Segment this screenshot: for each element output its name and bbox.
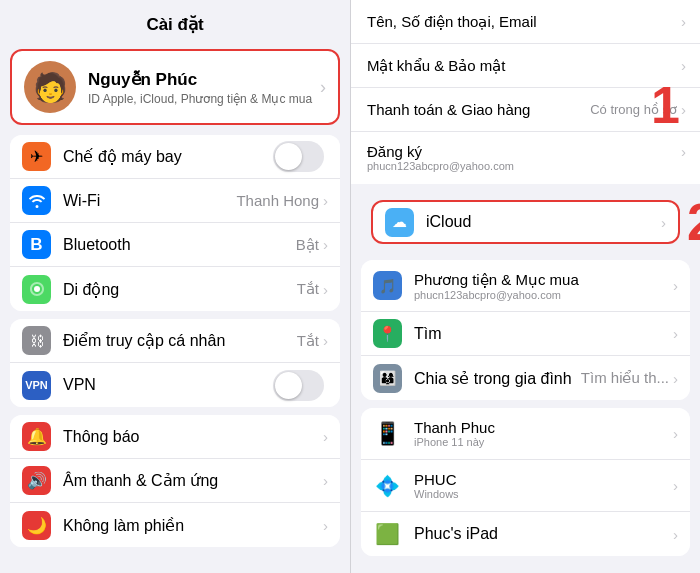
phone-item[interactable]: Tên, Số điện thoại, Email › [351,0,700,44]
mobile-icon [22,275,51,304]
icloud-label: iCloud [426,213,661,231]
icloud-icon: ☁ [385,208,414,237]
left-panel: Cài đặt 🧑 Nguyễn Phúc ID Apple, iCloud, … [0,0,350,573]
find-icon: 📍 [373,319,402,348]
mobile-value: Tắt [297,280,319,298]
password-label: Mật khẩu & Bảo mật [367,57,681,75]
find-label: Tìm [414,325,673,343]
airplane-icon: ✈ [22,142,51,171]
password-item[interactable]: Mật khẩu & Bảo mật › [351,44,700,88]
payment-chevron-icon: › [681,101,686,118]
notifications-item[interactable]: 🔔 Thông báo › [10,415,340,459]
ipad-item[interactable]: 🟩 Phuc's iPad › [361,512,690,556]
airplane-label: Chế độ máy bay [63,147,273,166]
family-chevron-icon: › [673,370,678,387]
profile-chevron-icon: › [320,77,326,98]
wifi-label: Wi-Fi [63,192,236,210]
find-item[interactable]: 📍 Tìm › [361,312,690,356]
profile-sub: ID Apple, iCloud, Phương tiện & Mục mua [88,92,316,106]
find-chevron-icon: › [673,325,678,342]
phone-label: Tên, Số điện thoại, Email [367,13,681,31]
family-icon: 👨‍👩‍👦 [373,364,402,393]
sound-item[interactable]: 🔊 Âm thanh & Cảm ứng › [10,459,340,503]
iphone-chevron-icon: › [673,425,678,442]
register-email: phucn123abcpro@yahoo.com [367,160,514,172]
family-item[interactable]: 👨‍👩‍👦 Chia sẻ trong gia đình Tìm hiểu th… [361,356,690,400]
sound-label: Âm thanh & Cảm ứng [63,471,323,490]
register-item[interactable]: Đăng ký › phucn123abcpro@yahoo.com [351,132,700,184]
windows-label: PHUC [414,471,673,488]
personal-hotspot-label: Điểm truy cập cá nhân [63,331,297,350]
iphone-item[interactable]: 📱 Thanh Phuc iPhone 11 này › [361,408,690,460]
right-content: Tên, Số điện thoại, Email › Mật khẩu & B… [351,0,700,573]
windows-item[interactable]: 💠 PHUC Windows › [361,460,690,512]
mobile-chevron-icon: › [323,281,328,298]
iphone-sub: iPhone 11 này [414,436,673,448]
bluetooth-value: Bật [296,236,319,254]
right-panel: Tên, Số điện thoại, Email › Mật khẩu & B… [350,0,700,573]
airplane-toggle[interactable] [273,141,324,172]
airplane-mode-item[interactable]: ✈ Chế độ máy bay [10,135,340,179]
left-header: Cài đặt [0,0,350,43]
bluetooth-item[interactable]: B Bluetooth Bật › [10,223,340,267]
profile-card[interactable]: 🧑 Nguyễn Phúc ID Apple, iCloud, Phương t… [10,49,340,125]
personal-hotspot-chevron-icon: › [323,332,328,349]
wifi-value: Thanh Hong [236,192,319,209]
purchases-icon: 🎵 [373,271,402,300]
bluetooth-icon: B [22,230,51,259]
vpn-toggle[interactable] [273,370,324,401]
password-chevron-icon: › [681,57,686,74]
iphone-icon: 📱 [373,419,402,448]
dnd-item[interactable]: 🌙 Không làm phiền › [10,503,340,547]
wifi-item[interactable]: Wi-Fi Thanh Hong › [10,179,340,223]
dnd-chevron-icon: › [323,517,328,534]
services-group: 🎵 Phương tiện & Mục mua phucn123abcpro@y… [361,260,690,400]
icloud-chevron-icon: › [661,214,666,231]
devices-group: 📱 Thanh Phuc iPhone 11 này › 💠 PHUC Wind… [361,408,690,556]
vpn-icon: VPN [22,371,51,400]
notifications-group: 🔔 Thông báo › 🔊 Âm thanh & Cảm ứng › 🌙 K… [10,415,340,547]
ipad-label: Phuc's iPad [414,525,673,543]
svg-point-0 [34,286,40,292]
payment-label: Thanh toán & Giao hàng [367,101,590,118]
dnd-label: Không làm phiền [63,516,323,535]
family-label: Chia sẻ trong gia đình [414,369,581,388]
notifications-label: Thông báo [63,428,323,446]
hotspot-group: ⛓ Điểm truy cập cá nhân Tắt › VPN VPN [10,319,340,407]
profile-info: Nguyễn Phúc ID Apple, iCloud, Phương tiệ… [88,69,316,106]
icloud-item[interactable]: ☁ iCloud › [371,200,680,244]
mobile-label: Di động [63,280,297,299]
wifi-icon [22,186,51,215]
payment-item[interactable]: Thanh toán & Giao hàng Có trong hồ sơ › [351,88,700,132]
phone-chevron-icon: › [681,13,686,30]
vpn-item[interactable]: VPN VPN [10,363,340,407]
register-chevron-icon: › [681,143,686,160]
dnd-icon: 🌙 [22,511,51,540]
vpn-label: VPN [63,376,273,394]
sound-icon: 🔊 [22,466,51,495]
bluetooth-chevron-icon: › [323,236,328,253]
register-label: Đăng ký [367,143,681,160]
bluetooth-label: Bluetooth [63,236,296,254]
ipad-icon: 🟩 [373,520,402,549]
icloud-wrapper: ☁ iCloud › 2 [361,192,690,252]
profile-name: Nguyễn Phúc [88,69,316,90]
purchases-sub: phucn123abcpro@yahoo.com [414,289,673,301]
notifications-icon: 🔔 [22,422,51,451]
personal-hotspot-value: Tắt [297,332,319,350]
windows-icon: 💠 [373,471,402,500]
mobile-item[interactable]: Di động Tắt › [10,267,340,311]
account-group: Tên, Số điện thoại, Email › Mật khẩu & B… [351,0,700,184]
windows-chevron-icon: › [673,477,678,494]
personal-hotspot-item[interactable]: ⛓ Điểm truy cập cá nhân Tắt › [10,319,340,363]
notifications-chevron-icon: › [323,428,328,445]
badge-1: 1 [651,79,680,131]
connectivity-group: ✈ Chế độ máy bay Wi-Fi Thanh Hong › B Bl… [10,135,340,311]
avatar: 🧑 [24,61,76,113]
family-value: Tìm hiểu th... [581,369,669,387]
purchases-item[interactable]: 🎵 Phương tiện & Mục mua phucn123abcpro@y… [361,260,690,312]
personal-hotspot-icon: ⛓ [22,326,51,355]
sound-chevron-icon: › [323,472,328,489]
windows-sub: Windows [414,488,673,500]
purchases-label: Phương tiện & Mục mua [414,271,673,289]
